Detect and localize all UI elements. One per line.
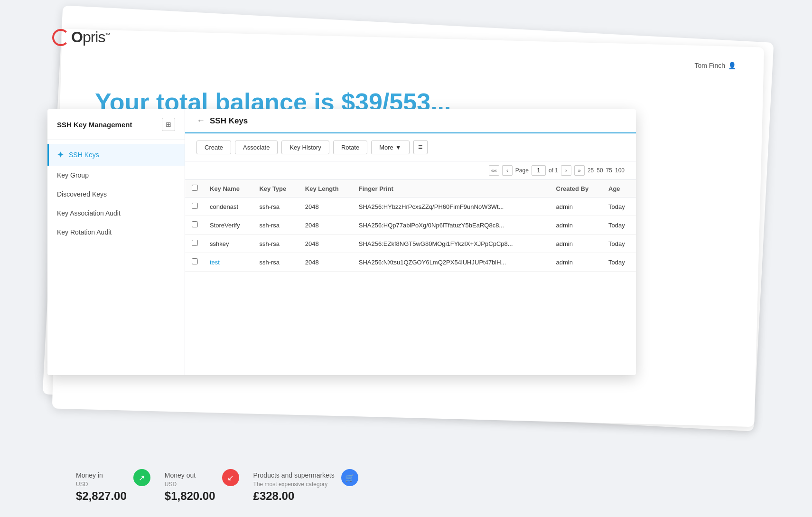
logo-text: Opris™	[71, 28, 110, 46]
money-out-label: Money out	[165, 471, 215, 479]
more-label: More	[379, 144, 393, 151]
row-checkbox[interactable]	[192, 221, 198, 227]
page-input[interactable]	[532, 165, 546, 176]
row-checkbox-cell	[185, 235, 204, 253]
table-row: sshkey ssh-rsa 2048 SHA256:EZkf8NGT5wG80…	[185, 235, 636, 253]
toolbar: Create Associate Key History Rotate More…	[185, 133, 636, 161]
next-page-button[interactable]: ›	[561, 165, 571, 176]
logo-circle-icon	[52, 29, 69, 46]
age-cell: Today	[603, 253, 636, 272]
age-cell: Today	[603, 197, 636, 216]
row-checkbox[interactable]	[192, 240, 198, 246]
products-subtitle: The most expensive category	[253, 481, 335, 488]
first-page-button[interactable]: ««	[489, 165, 499, 176]
sidebar-item-ssh-keys[interactable]: ✦ SSH Keys	[47, 144, 185, 166]
money-in-amount: $2,827.00	[76, 489, 127, 503]
key-type-cell: ssh-rsa	[253, 197, 299, 216]
more-button[interactable]: More ▼	[371, 141, 410, 154]
sidebar-item-key-rotation-audit[interactable]: Key Rotation Audit	[47, 223, 185, 242]
col-created-by: Created By	[551, 180, 603, 197]
created-by-cell: admin	[551, 216, 603, 235]
more-chevron-icon: ▼	[395, 144, 401, 151]
key-name-text: StoreVerify	[210, 222, 240, 229]
finger-print-cell: SHA256:NXtsu1QZGOY6LmQ2PX54lUHJUPt47blH.…	[353, 253, 551, 272]
money-in-label: Money in	[76, 471, 127, 479]
row-checkbox[interactable]	[192, 258, 198, 264]
list-view-button[interactable]: ≡	[413, 140, 428, 154]
sidebar-item-key-association-audit[interactable]: Key Association Audit	[47, 204, 185, 223]
pagination-bar: «« ‹ Page of 1 › » 25 50 75 100	[185, 161, 636, 180]
ssh-key-management-panel: SSH Key Management ⊞ ✦ SSH Keys Key Grou…	[47, 109, 636, 375]
key-name-link[interactable]: test	[210, 259, 220, 266]
created-by-cell: admin	[551, 253, 603, 272]
created-by-cell: admin	[551, 197, 603, 216]
page-size-75[interactable]: 75	[606, 167, 612, 174]
rotate-button[interactable]: Rotate	[333, 141, 367, 154]
page-label: Page	[515, 167, 529, 174]
col-finger-print: Finger Print	[353, 180, 551, 197]
key-type-cell: ssh-rsa	[253, 253, 299, 272]
key-type-cell: ssh-rsa	[253, 216, 299, 235]
row-checkbox-cell	[185, 216, 204, 235]
sidebar-title: SSH Key Management	[57, 121, 132, 129]
background-bottom-cards: Money in USD $2,827.00 ↗ Money out USD $…	[76, 471, 335, 503]
finger-print-cell: SHA256:EZkf8NGT5wG80MOgi1FYkzIX+XJPpCpCp…	[353, 235, 551, 253]
page-of-label: of 1	[549, 167, 558, 174]
row-checkbox-cell	[185, 253, 204, 272]
table-row: condenast ssh-rsa 2048 SHA256:HYbzzHrPcx…	[185, 197, 636, 216]
page-size-25[interactable]: 25	[588, 167, 594, 174]
products-label: Products and supermarkets	[253, 471, 335, 479]
money-in-currency: USD	[76, 481, 127, 488]
sidebar-item-label: Discovered Keys	[57, 190, 107, 198]
key-history-button[interactable]: Key History	[281, 141, 329, 154]
products-icon: 🛒	[341, 469, 358, 486]
user-name: Tom Finch	[694, 62, 725, 69]
sidebar-icon-button[interactable]: ⊞	[162, 118, 175, 131]
sidebar: SSH Key Management ⊞ ✦ SSH Keys Key Grou…	[47, 109, 185, 375]
col-key-type: Key Type	[253, 180, 299, 197]
col-key-length: Key Length	[299, 180, 353, 197]
row-checkbox-cell	[185, 197, 204, 216]
key-name-text: sshkey	[210, 240, 229, 247]
background-logo: Opris™	[52, 28, 110, 46]
age-cell: Today	[603, 216, 636, 235]
table-row: test ssh-rsa 2048 SHA256:NXtsu1QZGOY6LmQ…	[185, 253, 636, 272]
key-name-cell: test	[204, 253, 253, 272]
col-key-name: Key Name	[204, 180, 253, 197]
ssh-keys-bullet-icon: ✦	[57, 150, 64, 160]
associate-button[interactable]: Associate	[235, 141, 278, 154]
prev-page-button[interactable]: ‹	[502, 165, 513, 176]
money-out-icon: ↙	[222, 469, 239, 486]
sidebar-item-discovered-keys[interactable]: Discovered Keys	[47, 185, 185, 204]
page-size-50[interactable]: 50	[597, 167, 603, 174]
table-row: StoreVerify ssh-rsa 2048 SHA256:HQp77abl…	[185, 216, 636, 235]
select-all-header	[185, 180, 204, 197]
sidebar-nav: ✦ SSH Keys Key Group Discovered Keys Key…	[47, 140, 185, 245]
money-out-card: Money out USD $1,820.00 ↙	[165, 471, 215, 503]
key-name-cell: sshkey	[204, 235, 253, 253]
products-card: Products and supermarkets The most expen…	[253, 471, 335, 503]
sidebar-item-label: Key Group	[57, 171, 89, 179]
col-age: Age	[603, 180, 636, 197]
key-length-cell: 2048	[299, 235, 353, 253]
money-in-card: Money in USD $2,827.00 ↗	[76, 471, 127, 503]
select-all-checkbox[interactable]	[192, 185, 198, 191]
content-header: ← SSH Keys	[185, 109, 636, 133]
money-in-icon: ↗	[133, 469, 150, 486]
back-button[interactable]: ←	[196, 116, 205, 126]
sidebar-item-label: SSH Keys	[69, 151, 99, 159]
finger-print-cell: SHA256:HYbzzHrPcxsZZq/PH60FimF9unNoW3Wt.…	[353, 197, 551, 216]
key-length-cell: 2048	[299, 216, 353, 235]
content-title: SSH Keys	[210, 116, 248, 126]
row-checkbox[interactable]	[192, 203, 198, 209]
create-button[interactable]: Create	[196, 141, 231, 154]
page-size-100[interactable]: 100	[615, 167, 625, 174]
money-out-currency: USD	[165, 481, 215, 488]
sidebar-item-key-group[interactable]: Key Group	[47, 166, 185, 185]
key-length-cell: 2048	[299, 197, 353, 216]
key-name-cell: StoreVerify	[204, 216, 253, 235]
last-page-button[interactable]: »	[574, 165, 585, 176]
main-content: ← SSH Keys Create Associate Key History …	[185, 109, 636, 375]
created-by-cell: admin	[551, 235, 603, 253]
sidebar-header: SSH Key Management ⊞	[47, 109, 185, 140]
